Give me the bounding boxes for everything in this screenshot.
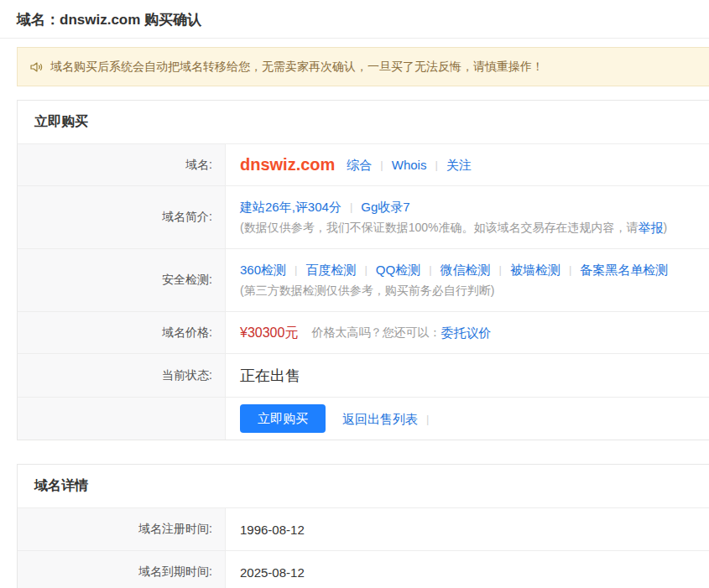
gg-index-link[interactable]: Gg收录7 [361, 196, 409, 217]
separator: | [295, 259, 297, 280]
intro-disclaimer: (数据仅供参考，我们不保证数据100%准确。如该域名交易存在违规内容，请 [240, 217, 638, 238]
separator: | [380, 154, 383, 175]
separator: | [569, 259, 571, 280]
price-label: 域名价格: [18, 312, 226, 353]
status-label: 当前状态: [18, 354, 226, 397]
page-content: 域名购买后系统会自动把域名转移给您，无需卖家再次确认，一旦买了无法反悔，请慎重操… [17, 47, 709, 588]
security-check-row: 安全检测: 360检测 | 百度检测 | QQ检测 | 微信检测 | 被墙检测 … [18, 248, 709, 311]
price-row: 域名价格: ¥30300元 价格太高吗？您还可以： 委托议价 [18, 311, 709, 353]
price-value: ¥30300元 [240, 322, 298, 343]
actions-row: 立即购买 返回出售列表 | [18, 397, 709, 440]
negotiate-price-link[interactable]: 委托议价 [441, 322, 491, 343]
security-check-label: 安全检测: [18, 249, 226, 311]
separator: | [499, 259, 502, 280]
purchase-notice-bar: 域名购买后系统会自动把域名转移给您，无需卖家再次确认，一旦买了无法反悔，请慎重操… [17, 47, 709, 86]
domain-detail-panel: 域名详情 域名注册时间: 1996-08-12 域名到期时间: 2025-08-… [17, 464, 709, 588]
check-gfw-link[interactable]: 被墙检测 [510, 259, 560, 280]
whois-link[interactable]: Whois [392, 154, 427, 175]
check-baidu-link[interactable]: 百度检测 [305, 259, 356, 280]
status-value: 正在出售 [240, 366, 709, 386]
domain-name: dnswiz.com [240, 154, 335, 175]
expire-date-label: 域名到期时间: [18, 551, 226, 588]
site-age-score-link[interactable]: 建站26年,评304分 [240, 196, 341, 217]
check-wechat-link[interactable]: 微信检测 [441, 259, 491, 280]
domain-row: 域名: dnswiz.com 综合 | Whois | 关注 [18, 143, 709, 185]
domain-intro-label: 域名简介: [18, 186, 226, 248]
separator: | [435, 154, 437, 175]
register-date-value: 1996-08-12 [240, 523, 709, 537]
check-qq-link[interactable]: QQ检测 [376, 259, 420, 280]
status-row: 当前状态: 正在出售 [18, 353, 709, 397]
separator: | [426, 408, 429, 429]
buy-now-panel: 立即购买 域名: dnswiz.com 综合 | Whois | 关注 域名简介… [17, 100, 709, 440]
buy-now-button[interactable]: 立即购买 [240, 404, 326, 433]
separator: | [350, 196, 352, 217]
title-divider [0, 38, 709, 39]
expire-date-value: 2025-08-12 [240, 565, 709, 580]
register-date-label: 域名注册时间: [18, 508, 226, 550]
domain-intro-row: 域名简介: 建站26年,评304分 | Gg收录7 (数据仅供参考，我们不保证数… [18, 185, 709, 248]
composite-info-link[interactable]: 综合 [347, 154, 372, 175]
notice-text: 域名购买后系统会自动把域名转移给您，无需卖家再次确认，一旦买了无法反悔，请慎重操… [50, 60, 544, 75]
separator: | [429, 259, 431, 280]
page-title: 域名：dnswiz.com 购买确认 [0, 0, 709, 38]
separator: | [364, 259, 367, 280]
domain-label: 域名: [18, 144, 226, 185]
buy-panel-title: 立即购买 [18, 101, 709, 143]
security-disclaimer: (第三方数据检测仅供参考，购买前务必自行判断) [240, 280, 494, 301]
speaker-icon [30, 61, 44, 73]
detail-panel-title: 域名详情 [18, 465, 709, 507]
register-date-row: 域名注册时间: 1996-08-12 [18, 507, 709, 550]
follow-link[interactable]: 关注 [446, 154, 472, 175]
check-icp-blacklist-link[interactable]: 备案黑名单检测 [580, 259, 668, 280]
actions-label-spacer [18, 398, 226, 440]
price-hint: 价格太高吗？您还可以： [311, 322, 441, 343]
check-360-link[interactable]: 360检测 [240, 259, 286, 280]
expire-date-row: 域名到期时间: 2025-08-12 [18, 550, 709, 588]
report-link[interactable]: 举报 [638, 217, 663, 238]
intro-disclaimer-end: ) [663, 217, 667, 238]
back-to-list-link[interactable]: 返回出售列表 [342, 408, 418, 429]
